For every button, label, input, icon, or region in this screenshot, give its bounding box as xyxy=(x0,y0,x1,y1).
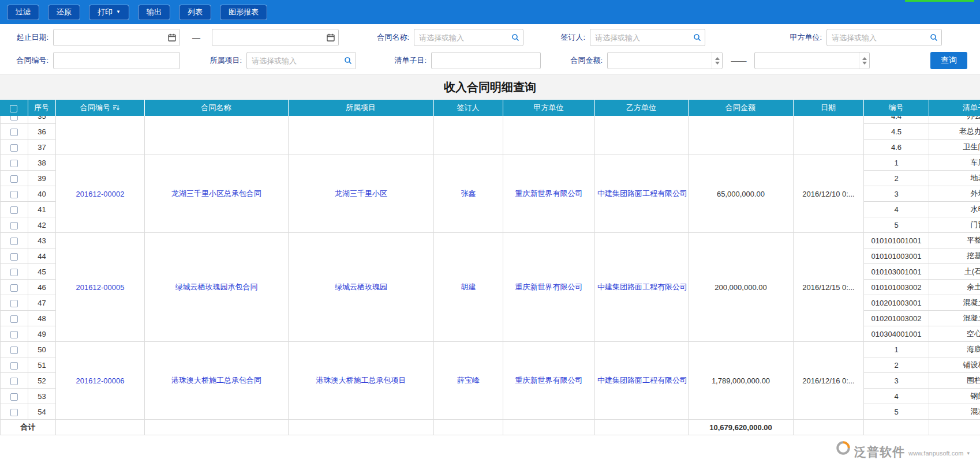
row-checkbox[interactable] xyxy=(10,269,18,276)
row-checkbox[interactable] xyxy=(10,393,18,401)
contract-name-input[interactable] xyxy=(414,29,523,46)
amount-stepper[interactable] xyxy=(712,52,722,69)
contract-project[interactable]: 港珠澳大桥施工总承包项目 xyxy=(289,342,434,420)
row-checkbox[interactable] xyxy=(10,315,18,323)
filter-panel: 起止日期: — 合同名称: 签订人: 甲方单位: xyxy=(0,24,980,74)
project-input[interactable] xyxy=(246,52,356,69)
search-icon[interactable] xyxy=(508,29,523,46)
item-name: 混凝土浇 xyxy=(929,311,980,326)
party-a-label: 甲方单位: xyxy=(705,32,826,43)
contract-no xyxy=(56,116,145,155)
stepper-up-icon[interactable] xyxy=(862,57,867,60)
row-checkbox[interactable] xyxy=(10,144,18,152)
chart-report-button[interactable]: 图形报表 xyxy=(220,5,267,20)
list-item-field xyxy=(431,52,541,69)
contract-no[interactable]: 201612-00002 xyxy=(56,155,145,233)
start-date-input[interactable] xyxy=(53,29,180,46)
end-date-input[interactable] xyxy=(212,29,339,46)
contract-signer[interactable]: 胡建 xyxy=(434,233,503,342)
item-name: 空心砖 xyxy=(929,326,980,342)
contract-no[interactable]: 201612-00006 xyxy=(56,342,145,420)
amount-min-input[interactable] xyxy=(607,52,723,69)
print-button[interactable]: 打印▼ xyxy=(89,5,129,20)
table-header: 序号 合同编号 合同名称 所属项目 签订人 甲方单位 乙方单位 合同金额 日期 … xyxy=(0,100,980,116)
contract-party-b[interactable]: 中建集团路面工程有限公司 xyxy=(595,233,689,342)
party-a-input[interactable] xyxy=(826,29,942,46)
row-checkbox[interactable] xyxy=(10,253,18,261)
contract-party-a[interactable]: 重庆新世界有限公司 xyxy=(503,155,595,233)
contract-party-a[interactable]: 重庆新世界有限公司 xyxy=(503,342,595,420)
toolbar: 过滤 还原 打印▼ 输出 列表 图形报表 xyxy=(0,0,980,24)
row-checkbox[interactable] xyxy=(10,222,18,229)
contract-party-a[interactable]: 重庆新世界有限公司 xyxy=(503,233,595,342)
search-icon[interactable] xyxy=(341,52,356,69)
row-seq: 46 xyxy=(28,280,56,295)
col-date: 日期 xyxy=(793,100,863,116)
row-checkbox[interactable] xyxy=(10,206,18,214)
row-checkbox[interactable] xyxy=(10,175,18,183)
sort-icon[interactable] xyxy=(113,104,119,112)
row-checkbox[interactable] xyxy=(10,362,18,370)
party-a-field xyxy=(826,29,942,46)
total-empty-cell xyxy=(929,420,980,435)
row-checkbox[interactable] xyxy=(10,191,18,198)
stepper-down-icon[interactable] xyxy=(862,62,867,65)
reset-button[interactable]: 还原 xyxy=(48,5,80,20)
row-seq: 51 xyxy=(28,357,56,373)
row-checkbox[interactable] xyxy=(10,331,18,338)
row-checkbox-cell xyxy=(1,202,28,217)
row-checkbox[interactable] xyxy=(10,238,18,245)
calendar-icon[interactable] xyxy=(323,29,338,46)
row-checkbox[interactable] xyxy=(10,409,18,416)
row-checkbox[interactable] xyxy=(10,378,18,385)
stepper-up-icon[interactable] xyxy=(715,57,720,60)
select-all-cell xyxy=(0,100,28,116)
contract-party-b[interactable]: 中建集团路面工程有限公司 xyxy=(595,155,689,233)
item-no: 3 xyxy=(864,186,929,202)
watermark-caret-icon[interactable]: ▾ xyxy=(967,450,970,458)
col-party-b: 乙方单位 xyxy=(594,100,688,116)
signer-input[interactable] xyxy=(590,29,705,46)
progress-bar xyxy=(905,0,974,2)
row-checkbox[interactable] xyxy=(10,347,18,354)
list-button[interactable]: 列表 xyxy=(179,5,211,20)
contract-name[interactable]: 港珠澳大桥施工总承包合同 xyxy=(145,342,289,420)
search-icon[interactable] xyxy=(690,29,705,46)
row-seq: 38 xyxy=(28,155,56,171)
watermark-url[interactable]: www.fanpusoft.com xyxy=(908,450,963,458)
fanpu-logo-icon xyxy=(836,440,851,458)
contract-party-b[interactable]: 中建集团路面工程有限公司 xyxy=(595,342,689,420)
end-date-field xyxy=(212,29,339,46)
contract-signer[interactable]: 薛宝峰 xyxy=(434,342,503,420)
row-seq: 36 xyxy=(28,124,56,140)
query-button[interactable]: 查询 xyxy=(930,52,967,69)
row-checkbox[interactable] xyxy=(10,300,18,307)
row-checkbox[interactable] xyxy=(10,284,18,292)
row-checkbox-cell xyxy=(1,389,28,404)
row-checkbox[interactable] xyxy=(10,160,18,167)
contract-name[interactable]: 绿城云栖玫瑰园承包合同 xyxy=(145,233,289,342)
contract-project[interactable]: 绿城云栖玫瑰园 xyxy=(289,233,434,342)
amount-stepper[interactable] xyxy=(859,52,869,69)
contract-no[interactable]: 201612-00005 xyxy=(56,233,145,342)
contract-signer[interactable]: 张鑫 xyxy=(434,155,503,233)
row-seq: 54 xyxy=(28,404,56,420)
export-button[interactable]: 输出 xyxy=(138,5,170,20)
stepper-down-icon[interactable] xyxy=(715,62,720,65)
reset-button-label: 还原 xyxy=(57,7,72,17)
row-checkbox[interactable] xyxy=(10,129,18,136)
list-item-input[interactable] xyxy=(431,52,541,69)
contract-name[interactable]: 龙湖三千里小区总承包合同 xyxy=(145,155,289,233)
search-icon[interactable] xyxy=(926,29,941,46)
col-contract-no[interactable]: 合同编号 xyxy=(55,100,144,116)
filter-button[interactable]: 过滤 xyxy=(7,5,39,20)
row-checkbox[interactable] xyxy=(10,116,18,120)
amount-max-input[interactable] xyxy=(754,52,870,69)
fanpu-watermark[interactable]: 泛普软件 www.fanpusoft.com ▾ xyxy=(836,440,970,458)
table-body-viewport[interactable]: 354.4办公室364.5老总办公室374.6卫生间成38201612-0000… xyxy=(0,116,980,435)
select-all-checkbox[interactable] xyxy=(10,105,17,112)
contract-no-input[interactable] xyxy=(53,52,180,69)
calendar-icon[interactable] xyxy=(164,29,179,46)
contract-amount: 1,789,000,000.00 xyxy=(689,342,794,420)
contract-project[interactable]: 龙湖三千里小区 xyxy=(289,155,434,233)
